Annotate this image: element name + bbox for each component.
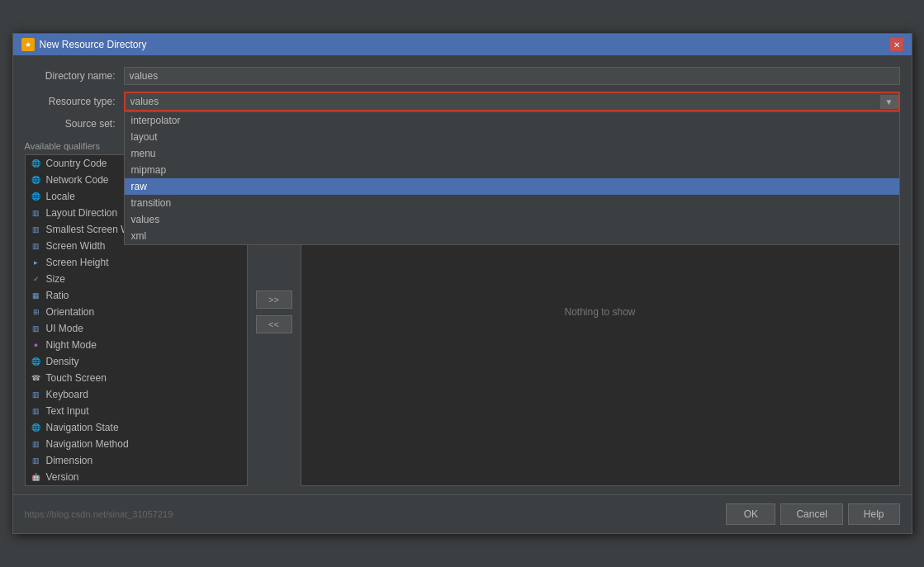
cancel-button[interactable]: Cancel <box>780 503 842 525</box>
qualifier-item-orientation[interactable]: ⊞ Orientation <box>26 304 247 320</box>
network-code-icon: 🌐 <box>31 174 42 186</box>
dialog-footer: https://blog.csdn.net/sinat_31057219 OK … <box>13 494 912 533</box>
touch-screen-icon: ☎ <box>31 372 42 384</box>
screen-height-icon: ▸ <box>31 257 42 268</box>
navigation-method-icon: ▥ <box>31 438 42 450</box>
dropdown-item-raw[interactable]: raw <box>125 178 899 195</box>
dropdown-item-menu[interactable]: menu <box>125 145 899 162</box>
ratio-icon: ▦ <box>31 290 42 301</box>
resource-type-input[interactable] <box>126 93 880 110</box>
dimension-icon: ▥ <box>31 455 42 466</box>
qualifier-item-dimension[interactable]: ▥ Dimension <box>26 452 247 469</box>
qualifier-label-size: Size <box>46 273 65 285</box>
qualifier-label-density: Density <box>46 356 79 367</box>
qualifier-item-ratio[interactable]: ▦ Ratio <box>26 287 247 304</box>
locale-icon: 🌐 <box>31 191 42 202</box>
qualifier-label-dimension: Dimension <box>46 455 93 466</box>
directory-name-label: Directory name: <box>25 70 116 82</box>
qualifier-item-version[interactable]: 🤖 Version <box>26 469 247 485</box>
resource-type-wrapper: ▼ interpolator layout menu mipmap raw tr… <box>124 92 900 111</box>
qualifier-item-ui-mode[interactable]: ▥ UI Mode <box>26 320 247 337</box>
title-bar-left: ★ New Resource Directory <box>21 38 147 51</box>
help-button[interactable]: Help <box>848 503 900 525</box>
night-mode-icon: ● <box>31 339 42 351</box>
country-code-icon: 🌐 <box>31 158 42 169</box>
qualifier-label-ratio: Ratio <box>46 290 69 301</box>
ui-mode-icon: ▥ <box>31 323 42 334</box>
density-icon: 🌐 <box>31 356 42 367</box>
dialog-icon: ★ <box>21 38 35 51</box>
new-resource-directory-dialog: ★ New Resource Directory ✕ Directory nam… <box>12 33 912 534</box>
dropdown-item-mipmap[interactable]: mipmap <box>125 162 899 178</box>
resource-type-dropdown-list: interpolator layout menu mipmap raw tran… <box>124 111 900 245</box>
dropdown-item-transition[interactable]: transition <box>125 195 899 211</box>
qualifier-label-navigation-method: Navigation Method <box>46 438 129 450</box>
qualifier-label-navigation-state: Navigation State <box>46 422 119 433</box>
qualifier-label-locale: Locale <box>46 191 75 202</box>
qualifier-label-screen-height: Screen Height <box>46 257 109 268</box>
version-icon: 🤖 <box>31 471 42 483</box>
backward-arrow-button[interactable]: << <box>256 315 292 333</box>
qualifier-label-ui-mode: UI Mode <box>46 323 83 334</box>
qualifier-item-navigation-method[interactable]: ▥ Navigation Method <box>26 436 247 452</box>
dropdown-item-interpolator[interactable]: interpolator <box>125 112 899 129</box>
qualifier-item-density[interactable]: 🌐 Density <box>26 353 247 370</box>
qualifier-label-layout-direction: Layout Direction <box>46 207 118 219</box>
resource-type-dropdown-arrow[interactable]: ▼ <box>880 95 898 109</box>
qualifier-item-screen-height[interactable]: ▸ Screen Height <box>26 254 247 271</box>
qualifier-label-orientation: Orientation <box>46 306 95 318</box>
qualifier-label-text-input: Text Input <box>46 405 89 417</box>
navigation-state-icon: 🌐 <box>31 422 42 433</box>
layout-direction-icon: ▥ <box>31 207 42 219</box>
dropdown-item-xml[interactable]: xml <box>125 228 899 244</box>
qualifier-item-night-mode[interactable]: ● Night Mode <box>26 337 247 353</box>
qualifier-label-keyboard: Keyboard <box>46 389 88 400</box>
qualifier-label-version: Version <box>46 471 79 483</box>
text-input-icon: ▥ <box>31 405 42 417</box>
directory-name-row: Directory name: <box>25 67 900 85</box>
nothing-to-show-label: Nothing to show <box>564 306 635 318</box>
footer-watermark: https://blog.csdn.net/sinat_31057219 <box>25 509 722 519</box>
qualifier-item-keyboard[interactable]: ▥ Keyboard <box>26 386 247 403</box>
dropdown-item-values[interactable]: values <box>125 211 899 228</box>
screen-width-icon: ▥ <box>31 240 42 252</box>
qualifier-label-touch-screen: Touch Screen <box>46 372 107 384</box>
qualifier-label-country-code: Country Code <box>46 158 107 169</box>
title-bar: ★ New Resource Directory ✕ <box>13 34 912 55</box>
qualifier-item-touch-screen[interactable]: ☎ Touch Screen <box>26 370 247 386</box>
dialog-title: New Resource Directory <box>40 39 147 50</box>
qualifier-item-navigation-state[interactable]: 🌐 Navigation State <box>26 419 247 436</box>
close-button[interactable]: ✕ <box>890 38 903 51</box>
keyboard-icon: ▥ <box>31 389 42 400</box>
qualifier-item-size[interactable]: ✓ Size <box>26 271 247 287</box>
dialog-body: Directory name: Resource type: ▼ interpo… <box>13 55 912 138</box>
resource-type-input-box: ▼ <box>124 92 900 111</box>
orientation-icon: ⊞ <box>31 306 42 318</box>
resource-type-label: Resource type: <box>25 96 116 107</box>
size-icon: ✓ <box>31 273 42 285</box>
smallest-screen-width-icon: ▥ <box>31 224 42 235</box>
forward-arrow-button[interactable]: >> <box>256 291 292 309</box>
resource-type-row: Resource type: ▼ interpolator layout men… <box>25 92 900 111</box>
qualifier-label-network-code: Network Code <box>46 174 109 186</box>
qualifier-label-night-mode: Night Mode <box>46 339 97 351</box>
source-set-label: Source set: <box>25 118 116 130</box>
directory-name-input[interactable] <box>124 67 900 85</box>
ok-button[interactable]: OK <box>726 503 775 525</box>
dropdown-item-layout[interactable]: layout <box>125 129 899 145</box>
qualifier-label-screen-width: Screen Width <box>46 240 106 252</box>
qualifier-item-text-input[interactable]: ▥ Text Input <box>26 403 247 419</box>
